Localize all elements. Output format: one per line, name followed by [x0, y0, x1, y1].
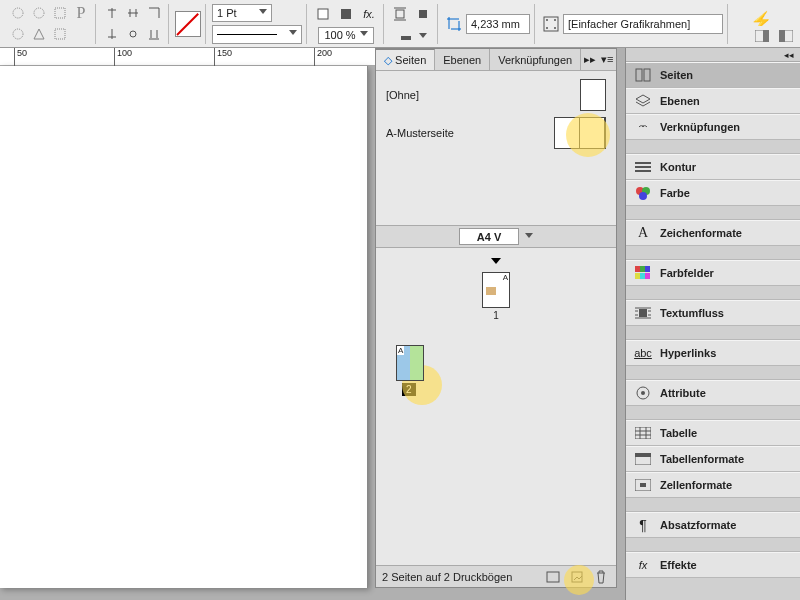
align-btn[interactable] — [144, 3, 164, 23]
stroke-icon — [634, 159, 652, 175]
sidebar-item-absatzformate[interactable]: ¶Absatzformate — [626, 512, 800, 538]
svg-rect-18 — [763, 30, 769, 42]
svg-rect-31 — [635, 273, 640, 279]
chevron-down-icon[interactable] — [525, 233, 533, 241]
svg-rect-7 — [318, 9, 328, 19]
color-icon — [634, 185, 652, 201]
fx-btn[interactable]: fx. — [359, 4, 379, 24]
zoom-input[interactable]: 100 % — [318, 27, 374, 44]
tool-btn[interactable]: P — [71, 3, 91, 23]
svg-marker-4 — [34, 29, 44, 39]
control-toolbar: P 1 Pt fx. 100 % — [0, 0, 800, 48]
corner-btn[interactable] — [396, 27, 416, 47]
chevron-down-icon — [289, 30, 297, 38]
chevron-down-icon — [259, 9, 267, 17]
tab-layers[interactable]: Ebenen — [435, 49, 490, 70]
cellstyles-icon — [634, 477, 652, 493]
sidebar-item-farbfelder[interactable]: Farbfelder — [626, 260, 800, 286]
sidebar-item-effekte[interactable]: fxEffekte — [626, 552, 800, 578]
page-size-select[interactable]: A4 V — [459, 228, 519, 245]
sidebar-item-zeichenformate[interactable]: AZeichenformate — [626, 220, 800, 246]
collapse-icon[interactable]: ▸▸ — [581, 53, 598, 66]
frame-icon — [541, 14, 561, 34]
master-a-label[interactable]: A-Musterseite — [386, 127, 454, 139]
tool-btn[interactable] — [50, 24, 70, 44]
page-2-thumb[interactable]: A — [396, 345, 424, 381]
sidebar-item-textumfluss[interactable]: Textumfluss — [626, 300, 800, 326]
new-page-icon[interactable] — [568, 569, 586, 585]
document-canvas[interactable] — [0, 66, 368, 588]
frame-type-select[interactable]: [Einfacher Grafikrahmen] — [563, 14, 723, 34]
svg-rect-8 — [341, 9, 351, 19]
svg-point-36 — [641, 391, 645, 395]
tool-btn[interactable] — [29, 24, 49, 44]
align-btn[interactable] — [102, 3, 122, 23]
fx-btn[interactable] — [313, 4, 333, 24]
parastyles-icon: ¶ — [634, 517, 652, 533]
svg-rect-21 — [547, 572, 559, 582]
wrap-btn[interactable] — [390, 4, 410, 24]
fx-btn[interactable] — [336, 4, 356, 24]
page-1-thumb[interactable]: A — [482, 272, 510, 308]
svg-rect-39 — [635, 453, 651, 457]
panel-toggle-icon[interactable] — [752, 26, 772, 46]
sidebar-item-kontur[interactable]: Kontur — [626, 154, 800, 180]
sidebar-item-ebenen[interactable]: Ebenen — [626, 88, 800, 114]
tab-pages[interactable]: ◇ Seiten — [376, 49, 435, 70]
svg-rect-37 — [635, 427, 651, 439]
align-btn[interactable] — [123, 24, 143, 44]
stroke-weight-input[interactable]: 1 Pt — [212, 4, 272, 23]
sidebar-item-seiten[interactable]: Seiten — [626, 62, 800, 88]
sidebar-item-zellenformate[interactable]: Zellenformate — [626, 472, 800, 498]
crop-icon[interactable] — [444, 14, 464, 34]
sidebar-item-verknuepfungen[interactable]: Verknüpfungen — [626, 114, 800, 140]
edit-page-icon[interactable] — [544, 569, 562, 585]
links-icon — [634, 119, 652, 135]
sidebar-item-tabelle[interactable]: Tabelle — [626, 420, 800, 446]
tool-btn[interactable] — [50, 3, 70, 23]
stroke-style-input[interactable] — [212, 25, 302, 44]
sidebar-item-hyperlinks[interactable]: abcHyperlinks — [626, 340, 800, 366]
align-btn[interactable] — [102, 24, 122, 44]
panel-toggle-icon[interactable] — [776, 26, 796, 46]
svg-point-6 — [130, 31, 136, 37]
svg-point-16 — [554, 27, 556, 29]
sidebar-item-attribute[interactable]: Attribute — [626, 380, 800, 406]
pages-list: A 1 A 2 — [376, 248, 616, 565]
wrap-btn[interactable] — [413, 4, 433, 24]
svg-point-13 — [546, 19, 548, 21]
trash-icon[interactable] — [592, 569, 610, 585]
pages-icon — [634, 67, 652, 83]
svg-rect-2 — [55, 8, 65, 18]
frame-type-label: [Einfacher Grafikrahmen] — [568, 18, 690, 30]
tool-btn[interactable] — [71, 24, 91, 44]
svg-rect-10 — [419, 10, 427, 18]
tablestyles-icon — [634, 451, 652, 467]
svg-point-27 — [639, 192, 647, 200]
textwrap-icon — [634, 305, 652, 321]
collapse-icon[interactable]: ◂◂ — [784, 50, 794, 60]
svg-point-15 — [546, 27, 548, 29]
align-btn[interactable] — [123, 3, 143, 23]
panel-menu-icon[interactable]: ▾≡ — [599, 53, 616, 66]
svg-rect-29 — [640, 266, 645, 272]
tab-links[interactable]: Verknüpfungen — [490, 49, 581, 70]
svg-rect-23 — [636, 69, 642, 81]
master-none-label[interactable]: [Ohne] — [386, 89, 419, 101]
tool-btn[interactable] — [29, 3, 49, 23]
align-btn[interactable] — [144, 24, 164, 44]
tool-btn[interactable] — [8, 3, 28, 23]
master-a-thumb[interactable] — [554, 117, 606, 149]
horizontal-ruler[interactable]: 50 100 150 200 — [0, 48, 375, 66]
hyperlink-icon: abc — [634, 345, 652, 361]
sidebar-item-farbe[interactable]: Farbe — [626, 180, 800, 206]
sidebar-item-tabellenformate[interactable]: Tabellenformate — [626, 446, 800, 472]
svg-point-1 — [34, 8, 44, 18]
stroke-swatch[interactable] — [175, 11, 201, 37]
tool-btn[interactable] — [8, 24, 28, 44]
chevron-down-icon[interactable] — [419, 33, 427, 41]
page-2-master-badge: A — [397, 346, 404, 355]
measure-input[interactable]: 4,233 mm — [466, 14, 530, 34]
master-none-thumb[interactable] — [580, 79, 606, 111]
svg-rect-30 — [645, 266, 650, 272]
